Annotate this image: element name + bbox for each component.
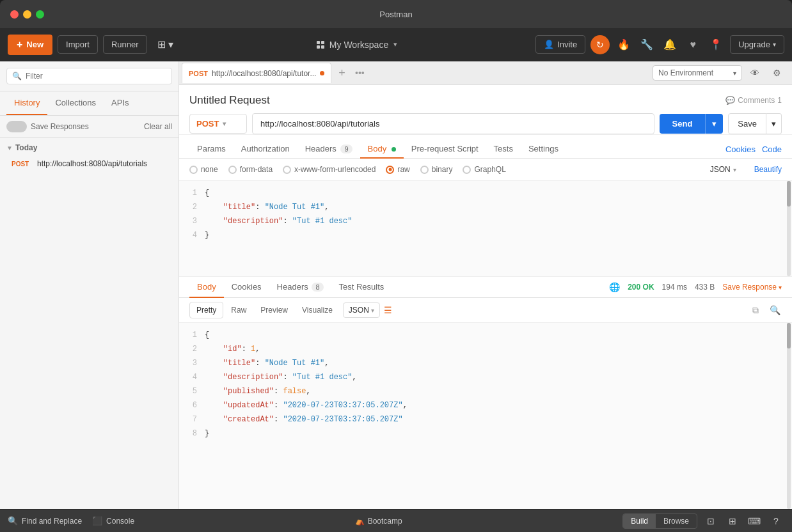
resp-tab-body[interactable]: Body (189, 277, 224, 298)
resp-sub-tab-preview[interactable]: Preview (254, 302, 294, 318)
upgrade-button[interactable]: Upgrade ▾ (730, 35, 784, 54)
resp-sub-tab-pretty[interactable]: Pretty (189, 302, 223, 318)
body-form-data-label: form-data (240, 165, 273, 174)
tab-add-button[interactable]: + (333, 64, 351, 82)
save-dropdown-button[interactable]: ▾ (766, 113, 782, 134)
history-item[interactable]: POST http://localhost:8080/api/tutorials (6, 156, 172, 171)
sidebar-tab-apis[interactable]: APIs (104, 91, 136, 115)
body-option-graphql[interactable]: GraphQL (463, 165, 505, 174)
tab-more-button[interactable]: ••• (351, 64, 368, 82)
save-button[interactable]: Save (728, 113, 766, 134)
save-response-chevron-icon: ▾ (779, 284, 782, 291)
url-input[interactable] (252, 113, 654, 134)
sidebar-tab-history[interactable]: History (6, 91, 47, 115)
method-chevron-icon: ▾ (223, 120, 226, 127)
code-link[interactable]: Code (762, 145, 782, 154)
upgrade-label: Upgrade (738, 40, 770, 49)
req-tab-tests[interactable]: Tests (486, 140, 521, 159)
req-tab-body[interactable]: Body (360, 140, 404, 159)
save-button-group: Save ▾ (728, 113, 782, 134)
editor-scrollbar[interactable] (787, 181, 791, 276)
sidebar-tab-collections[interactable]: Collections (47, 91, 104, 115)
resp-sub-tab-raw[interactable]: Raw (225, 302, 253, 318)
workspace-label: My Workspace (329, 40, 388, 50)
help-button[interactable]: ? (768, 513, 784, 529)
body-option-urlencoded[interactable]: x-www-form-urlencoded (283, 165, 376, 174)
req-tab-authorization[interactable]: Authorization (234, 140, 297, 159)
api-select-button[interactable]: ⊞ ▾ (152, 35, 178, 54)
comments-button[interactable]: 💬 Comments 1 (725, 96, 782, 105)
globe-icon: 🌐 (609, 282, 620, 292)
import-button[interactable]: Import (58, 35, 98, 54)
req-tab-params[interactable]: Params (189, 140, 234, 159)
send-dropdown-button[interactable]: ▾ (705, 114, 723, 134)
method-select[interactable]: POST ▾ (189, 114, 247, 134)
build-tab[interactable]: Build (623, 514, 656, 528)
env-selector[interactable]: No Environment ▾ (653, 65, 742, 81)
bell-icon-button[interactable]: 🔔 (661, 36, 679, 54)
close-button[interactable] (10, 10, 19, 19)
body-option-binary[interactable]: binary (420, 165, 453, 174)
response-scrollbar[interactable] (787, 323, 791, 509)
workspace-button[interactable]: My Workspace ▾ (310, 36, 404, 54)
body-option-raw[interactable]: raw (386, 165, 409, 174)
search-input[interactable] (26, 72, 166, 81)
find-replace-button[interactable]: 🔍 Find and Replace (8, 516, 82, 526)
req-tab-settings[interactable]: Settings (521, 140, 566, 159)
request-body-editor[interactable]: 1 { 2 "title": "Node Tut #1", 3 "descrip… (179, 181, 792, 277)
radio-none (189, 166, 198, 174)
body-option-none[interactable]: none (189, 165, 218, 174)
keyboard-button[interactable]: ⌨ (746, 513, 763, 529)
resp-sub-tab-visualize[interactable]: Visualize (296, 302, 339, 318)
env-settings-button[interactable]: ⚙ (768, 64, 786, 82)
resp-tab-cookies[interactable]: Cookies (224, 277, 269, 298)
send-button[interactable]: Send (660, 114, 706, 134)
search-response-button[interactable]: 🔍 (768, 303, 782, 317)
fire-icon-button[interactable]: 🔥 (615, 36, 633, 54)
sync-button[interactable]: ↻ (590, 35, 610, 54)
minimize-button[interactable] (23, 10, 31, 19)
toolbar-center: My Workspace ▾ (184, 36, 530, 54)
response-format-select[interactable]: JSON ▾ (343, 302, 380, 318)
body-option-form-data[interactable]: form-data (228, 165, 273, 174)
resp-tab-headers[interactable]: Headers 8 (269, 277, 331, 298)
request-tab[interactable]: POST http://localhost:8080/api/tutor... (182, 63, 331, 83)
copy-response-button[interactable]: ⧉ (748, 303, 763, 317)
code-line-2: 2 "title": "Node Tut #1", (179, 200, 792, 214)
search-icon: 🔍 (12, 72, 22, 81)
cookies-link[interactable]: Cookies (725, 145, 756, 154)
resp-headers-badge: 8 (312, 283, 323, 292)
req-tab-prerequest[interactable]: Pre-request Script (404, 140, 486, 159)
new-button[interactable]: + New (8, 35, 52, 55)
heart-icon-button[interactable]: ♥ (684, 36, 702, 54)
new-button-label: New (26, 40, 44, 49)
clear-all-button[interactable]: Clear all (144, 122, 172, 131)
runner-button[interactable]: Runner (103, 35, 147, 54)
env-eye-button[interactable]: 👁 (746, 64, 764, 82)
tab-unsaved-dot (320, 71, 324, 75)
bootcamp-button[interactable]: ⛺ Bootcamp (355, 517, 402, 526)
resp-line-1: 1 { (179, 328, 792, 342)
layout-2-button[interactable]: ⊞ (724, 513, 741, 529)
maximize-button[interactable] (36, 10, 44, 19)
lines-icon[interactable]: ☰ (381, 303, 395, 317)
invite-button[interactable]: 👤 Invite (535, 35, 585, 54)
resp-tab-test-results[interactable]: Test Results (331, 277, 392, 298)
save-response-button[interactable]: Save Response ▾ (722, 283, 782, 292)
line-num-1: 1 (179, 187, 205, 199)
response-body-code[interactable]: 1 { 2 "id": 1, 3 "title": "Node Tut #1",… (179, 323, 792, 509)
wrench-icon-button[interactable]: 🔧 (638, 36, 656, 54)
browse-tab[interactable]: Browse (656, 514, 697, 528)
save-responses-toggle[interactable] (6, 121, 27, 132)
location-icon-button[interactable]: 📍 (707, 36, 725, 54)
req-tab-headers[interactable]: Headers 9 (297, 140, 360, 159)
format-select[interactable]: JSON ▾ (710, 165, 736, 174)
console-button[interactable]: ⬛ Console (92, 516, 134, 526)
title-bar: Postman (0, 0, 792, 28)
status-code: 200 OK (628, 283, 654, 292)
request-tab-right: Cookies Code (725, 145, 782, 154)
layout-1-button[interactable]: ⊡ (702, 513, 719, 529)
beautify-button[interactable]: Beautify (754, 165, 782, 174)
method-value: POST (196, 119, 219, 129)
env-chevron-icon: ▾ (733, 70, 736, 77)
